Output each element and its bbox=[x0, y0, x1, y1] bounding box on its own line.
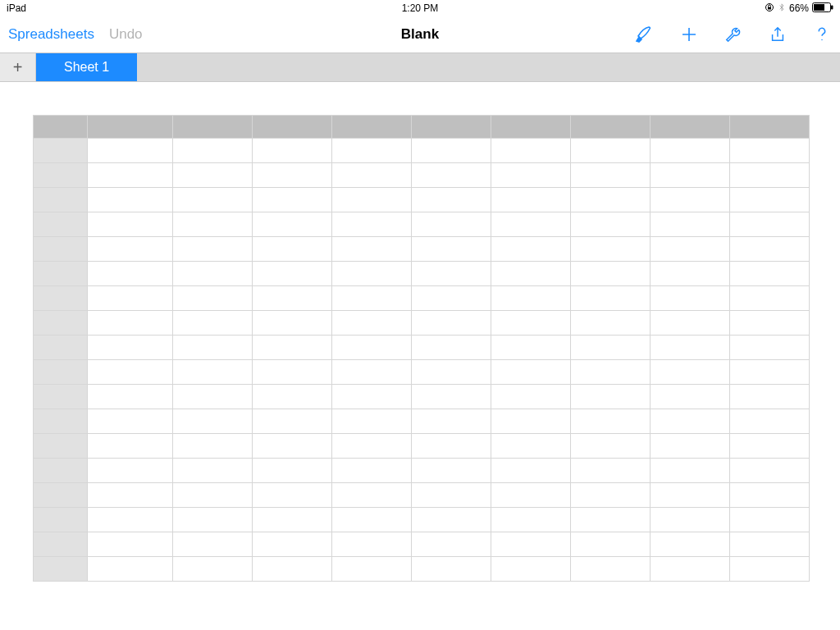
cell[interactable] bbox=[412, 360, 491, 385]
cell[interactable] bbox=[412, 139, 491, 163]
cell[interactable] bbox=[332, 311, 412, 336]
table-row[interactable] bbox=[34, 262, 810, 286]
cell[interactable] bbox=[88, 139, 173, 163]
cell[interactable] bbox=[173, 532, 253, 557]
cell[interactable] bbox=[253, 311, 332, 336]
row-header[interactable] bbox=[34, 385, 88, 409]
cell[interactable] bbox=[253, 508, 332, 532]
cell[interactable] bbox=[571, 385, 651, 409]
cell[interactable] bbox=[253, 237, 332, 262]
cell[interactable] bbox=[88, 237, 173, 262]
row-header[interactable] bbox=[34, 237, 88, 262]
row-header[interactable] bbox=[34, 483, 88, 508]
table-row[interactable] bbox=[34, 286, 810, 311]
cell[interactable] bbox=[730, 532, 810, 557]
cell[interactable] bbox=[173, 508, 253, 532]
column-header[interactable] bbox=[88, 116, 173, 139]
cell[interactable] bbox=[730, 212, 810, 237]
cell[interactable] bbox=[88, 212, 173, 237]
cell[interactable] bbox=[412, 508, 491, 532]
cell[interactable] bbox=[332, 532, 412, 557]
cell[interactable] bbox=[730, 409, 810, 434]
cell[interactable] bbox=[412, 336, 491, 360]
cell[interactable] bbox=[412, 237, 491, 262]
cell[interactable] bbox=[651, 262, 730, 286]
cell[interactable] bbox=[253, 385, 332, 409]
cell[interactable] bbox=[651, 409, 730, 434]
cell[interactable] bbox=[88, 360, 173, 385]
cell[interactable] bbox=[491, 385, 571, 409]
cell[interactable] bbox=[730, 139, 810, 163]
spreadsheet-viewport[interactable] bbox=[0, 82, 840, 582]
column-header[interactable] bbox=[173, 116, 253, 139]
column-header-row[interactable] bbox=[34, 116, 810, 139]
cell[interactable] bbox=[491, 311, 571, 336]
cell[interactable] bbox=[332, 360, 412, 385]
row-header[interactable] bbox=[34, 311, 88, 336]
cell[interactable] bbox=[571, 311, 651, 336]
cell[interactable] bbox=[571, 336, 651, 360]
cell[interactable] bbox=[88, 286, 173, 311]
cell[interactable] bbox=[412, 163, 491, 188]
cell[interactable] bbox=[730, 483, 810, 508]
cell[interactable] bbox=[730, 286, 810, 311]
cell[interactable] bbox=[332, 188, 412, 212]
cell[interactable] bbox=[253, 139, 332, 163]
table-row[interactable] bbox=[34, 409, 810, 434]
cell[interactable] bbox=[88, 532, 173, 557]
help-icon[interactable] bbox=[812, 25, 832, 44]
cell[interactable] bbox=[412, 557, 491, 582]
cell[interactable] bbox=[412, 311, 491, 336]
cell[interactable] bbox=[173, 311, 253, 336]
spreadsheet-grid[interactable] bbox=[33, 115, 810, 582]
column-header[interactable] bbox=[730, 116, 810, 139]
cell[interactable] bbox=[332, 286, 412, 311]
table-row[interactable] bbox=[34, 163, 810, 188]
column-header[interactable] bbox=[571, 116, 651, 139]
table-row[interactable] bbox=[34, 459, 810, 483]
cell[interactable] bbox=[412, 483, 491, 508]
cell[interactable] bbox=[491, 459, 571, 483]
cell[interactable] bbox=[651, 139, 730, 163]
cell[interactable] bbox=[173, 336, 253, 360]
cell[interactable] bbox=[88, 409, 173, 434]
row-header[interactable] bbox=[34, 188, 88, 212]
cell[interactable] bbox=[491, 409, 571, 434]
cell[interactable] bbox=[730, 360, 810, 385]
cell[interactable] bbox=[651, 212, 730, 237]
table-row[interactable] bbox=[34, 483, 810, 508]
table-row[interactable] bbox=[34, 336, 810, 360]
sheet-tab-active[interactable]: Sheet 1 bbox=[36, 53, 137, 81]
cell[interactable] bbox=[253, 409, 332, 434]
cell[interactable] bbox=[651, 532, 730, 557]
cell[interactable] bbox=[332, 212, 412, 237]
cell[interactable] bbox=[173, 557, 253, 582]
cell[interactable] bbox=[571, 212, 651, 237]
cell[interactable] bbox=[332, 163, 412, 188]
cell[interactable] bbox=[651, 483, 730, 508]
cell[interactable] bbox=[332, 434, 412, 459]
cell[interactable] bbox=[730, 336, 810, 360]
share-icon[interactable] bbox=[768, 25, 788, 44]
row-header[interactable] bbox=[34, 532, 88, 557]
cell[interactable] bbox=[412, 409, 491, 434]
table-row[interactable] bbox=[34, 139, 810, 163]
cell[interactable] bbox=[730, 508, 810, 532]
cell[interactable] bbox=[491, 508, 571, 532]
cell[interactable] bbox=[571, 434, 651, 459]
cell[interactable] bbox=[571, 409, 651, 434]
table-row[interactable] bbox=[34, 385, 810, 409]
row-header[interactable] bbox=[34, 459, 88, 483]
table-row[interactable] bbox=[34, 508, 810, 532]
row-header[interactable] bbox=[34, 508, 88, 532]
cell[interactable] bbox=[332, 262, 412, 286]
cell[interactable] bbox=[571, 532, 651, 557]
cell[interactable] bbox=[730, 262, 810, 286]
cell[interactable] bbox=[571, 483, 651, 508]
back-spreadsheets-button[interactable]: Spreadsheets bbox=[8, 26, 94, 43]
cell[interactable] bbox=[253, 212, 332, 237]
table-row[interactable] bbox=[34, 360, 810, 385]
tools-wrench-icon[interactable] bbox=[724, 25, 743, 44]
column-header[interactable] bbox=[491, 116, 571, 139]
cell[interactable] bbox=[571, 557, 651, 582]
